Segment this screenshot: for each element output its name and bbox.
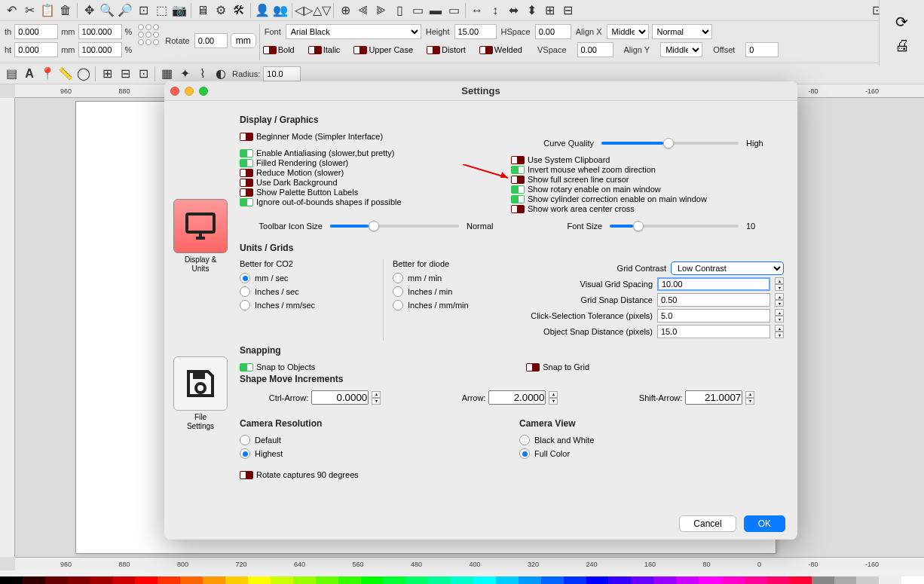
move-icon[interactable]: ✥ (81, 2, 97, 19)
antialias-toggle[interactable] (240, 149, 253, 157)
zoom-fit-icon[interactable]: ⊡ (135, 2, 151, 19)
object-snap-distance-input[interactable] (657, 325, 770, 338)
cylinder-main-toggle[interactable] (511, 195, 525, 203)
circle-icon[interactable]: ◯ (75, 66, 92, 82)
rotate-input[interactable] (194, 33, 228, 48)
same-w-icon[interactable]: ⬌ (505, 2, 522, 19)
radial-icon[interactable]: ✦ (176, 66, 193, 82)
offset-input[interactable] (745, 42, 779, 57)
color-swatch[interactable] (676, 576, 699, 584)
in-sec-radio[interactable] (240, 286, 250, 297)
color-swatch[interactable] (158, 576, 180, 584)
aligny-select[interactable]: Middle (660, 42, 702, 57)
distort-toggle[interactable] (427, 46, 440, 54)
cut-icon[interactable]: ✂ (21, 2, 38, 19)
dist-v-icon[interactable]: ↕ (487, 2, 503, 19)
width-input[interactable] (14, 24, 58, 39)
ok-button[interactable]: OK (744, 515, 785, 532)
mm-button[interactable]: mm (231, 33, 256, 48)
marker-icon[interactable]: 📍 (39, 66, 56, 82)
upper-toggle[interactable] (353, 46, 367, 54)
mirror-h-icon[interactable]: ◁▷ (295, 2, 312, 19)
color-swatch[interactable] (405, 576, 428, 584)
color-swatch[interactable] (135, 576, 158, 584)
mm-min-radio[interactable] (393, 273, 403, 283)
ignore-oob-toggle[interactable] (240, 198, 253, 206)
color-swatch[interactable] (766, 576, 789, 584)
welded-toggle[interactable] (479, 46, 493, 54)
anchor-grid[interactable] (138, 24, 159, 45)
color-swatch[interactable] (608, 576, 631, 584)
color-swatch[interactable] (744, 576, 766, 584)
camera-default-radio[interactable] (240, 435, 250, 445)
color-swatch[interactable] (856, 576, 879, 584)
text-icon[interactable]: A (21, 66, 38, 82)
vspace-input[interactable] (577, 42, 613, 57)
style-select[interactable]: Normal (652, 24, 712, 39)
color-swatch[interactable] (901, 576, 924, 584)
user-icon[interactable]: 👤 (254, 2, 271, 19)
align-mid-icon[interactable]: ▬ (427, 2, 444, 19)
sys-clipboard-toggle[interactable] (511, 156, 525, 164)
in-mm-sec-radio[interactable] (240, 300, 250, 310)
zoom-in-icon[interactable]: 🔍 (99, 2, 115, 19)
beginner-mode-toggle[interactable] (240, 133, 253, 141)
undo-icon[interactable]: ↶ (3, 2, 20, 19)
in-min-radio[interactable] (393, 286, 403, 297)
color-swatch[interactable] (879, 576, 901, 584)
work-center-toggle[interactable] (511, 205, 525, 213)
hspace-input[interactable] (535, 24, 571, 39)
color-swatch[interactable] (180, 576, 203, 584)
curve-quality-slider[interactable] (601, 142, 739, 145)
color-swatch[interactable] (225, 576, 248, 584)
color-swatch[interactable] (338, 576, 361, 584)
bool1-icon[interactable]: ⊞ (99, 66, 115, 82)
color-swatch[interactable] (631, 576, 653, 584)
italic-toggle[interactable] (308, 46, 322, 54)
bold-toggle[interactable] (263, 46, 277, 54)
invert-wheel-toggle[interactable] (511, 166, 525, 174)
cancel-button[interactable]: Cancel (679, 515, 736, 532)
filled-render-toggle[interactable] (240, 159, 253, 167)
color-swatch[interactable] (361, 576, 384, 584)
reduce-motion-toggle[interactable] (240, 169, 253, 177)
color-swatch[interactable] (0, 576, 23, 584)
printer-icon[interactable]: 🖨 (895, 37, 910, 54)
align-center-icon[interactable]: ⫸ (373, 2, 390, 19)
dark-bg-toggle[interactable] (240, 179, 253, 187)
arrow-input[interactable] (488, 390, 546, 405)
rotary-main-toggle[interactable] (511, 185, 525, 194)
h-guide-icon[interactable]: ▤ (3, 66, 20, 82)
bool2-icon[interactable]: ⊟ (117, 66, 133, 82)
color-swatch[interactable] (248, 576, 271, 584)
bool3-icon[interactable]: ⊡ (135, 66, 151, 82)
group-icon[interactable]: ⊞ (541, 2, 558, 19)
align-left-icon[interactable]: ⫷ (355, 2, 372, 19)
path-icon[interactable]: ⌇ (194, 66, 211, 82)
camera-highest-radio[interactable] (240, 448, 250, 459)
radius-input[interactable] (263, 66, 301, 81)
refresh-icon[interactable]: ⟳ (895, 13, 908, 31)
alignx-select[interactable]: Middle (607, 24, 649, 39)
dist-h-icon[interactable]: ↔ (469, 2, 485, 19)
color-swatch[interactable] (541, 576, 564, 584)
color-swatch[interactable] (451, 576, 473, 584)
align-bot-icon[interactable]: ▭ (445, 2, 462, 19)
sidebar-tab-file-settings[interactable]: File Settings (173, 356, 228, 431)
tools-icon[interactable]: 🛠 (231, 2, 247, 19)
zoom-out-icon[interactable]: 🔎 (117, 2, 133, 19)
color-palette[interactable] (0, 576, 924, 584)
rotate-captures-toggle[interactable] (240, 471, 253, 479)
height-input[interactable] (14, 42, 58, 57)
color-swatch[interactable] (496, 576, 519, 584)
font-height-input[interactable] (454, 24, 497, 39)
width-pct-input[interactable] (78, 24, 122, 39)
palette-labels-toggle[interactable] (240, 188, 253, 197)
camera-icon[interactable]: 📷 (171, 2, 188, 19)
color-swatch[interactable] (519, 576, 541, 584)
color-swatch[interactable] (45, 576, 68, 584)
color-swatch[interactable] (473, 576, 496, 584)
camera-bw-radio[interactable] (519, 435, 530, 445)
font-size-slider[interactable] (610, 225, 739, 228)
color-swatch[interactable] (203, 576, 225, 584)
